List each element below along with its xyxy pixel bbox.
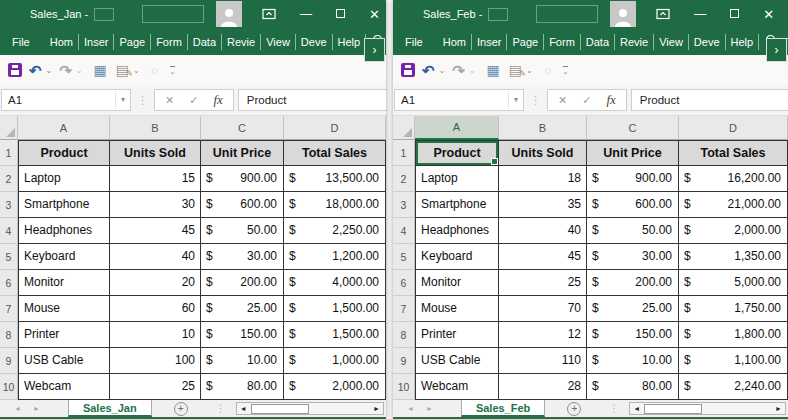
header-total-sales[interactable]: Total Sales xyxy=(679,140,788,166)
header-product-selected-cell[interactable]: Product xyxy=(415,140,499,166)
row-number[interactable]: 6 xyxy=(0,270,18,296)
cell-unit-price[interactable]: $600.00 xyxy=(201,192,284,218)
user-avatar-icon[interactable] xyxy=(610,1,636,27)
sheet-tab[interactable]: Sales_Jan xyxy=(68,400,152,417)
insert-function-icon[interactable]: fx xyxy=(606,92,615,108)
cell-total-sales[interactable]: $5,000.00 xyxy=(679,270,788,296)
cell-total-sales[interactable]: $1,500.00 xyxy=(284,322,386,348)
table-row[interactable]: 9 USB Cable 110 $10.00 $1,100.00 xyxy=(393,348,788,374)
name-box-dropdown-icon[interactable]: ▾ xyxy=(115,91,130,109)
cell-total-sales[interactable]: $1,200.00 xyxy=(284,244,386,270)
header-units-sold[interactable]: Units Sold xyxy=(499,140,587,166)
cell-units-sold[interactable]: 40 xyxy=(110,244,201,270)
tab-home[interactable]: Hom xyxy=(45,34,79,50)
cell-product[interactable]: USB Cable xyxy=(415,348,499,374)
form-dropdown-icon[interactable]: ⌄ xyxy=(526,66,533,75)
redo-icon[interactable]: ↷ xyxy=(452,63,465,78)
cell-product[interactable]: Headphones xyxy=(18,218,110,244)
cell-product[interactable]: Monitor xyxy=(18,270,110,296)
form-tool-icon[interactable]: ▤ xyxy=(509,63,522,77)
table-row[interactable]: 10 Webcam 25 $80.00 $2,000.00 xyxy=(0,374,386,400)
table-row[interactable]: 7 Mouse 70 $25.00 $1,750.00 xyxy=(393,296,788,322)
row-number[interactable]: 8 xyxy=(0,322,18,348)
horizontal-scrollbar[interactable]: ◄ ► xyxy=(629,402,786,415)
maximize-icon[interactable] xyxy=(730,8,739,20)
undo-icon[interactable]: ↶ xyxy=(422,63,435,78)
row-number[interactable]: 8 xyxy=(393,322,415,348)
tab-home[interactable]: Hom xyxy=(438,34,472,50)
table-row[interactable]: 9 USB Cable 100 $10.00 $1,000.00 xyxy=(0,348,386,374)
cell-units-sold[interactable]: 40 xyxy=(499,218,587,244)
cell-units-sold[interactable]: 100 xyxy=(110,348,201,374)
cell-total-sales[interactable]: $21,000.00 xyxy=(679,192,788,218)
cell-unit-price[interactable]: $900.00 xyxy=(587,166,679,192)
cell-unit-price[interactable]: $50.00 xyxy=(587,218,679,244)
ribbon-display-options-icon[interactable] xyxy=(262,8,276,20)
column-header-a-selected[interactable]: A xyxy=(415,116,499,140)
table-tool-icon[interactable]: ▦ xyxy=(94,63,107,77)
cell-unit-price[interactable]: $150.00 xyxy=(587,322,679,348)
cell-unit-price[interactable]: $25.00 xyxy=(201,296,284,322)
cell-product[interactable]: Mouse xyxy=(415,296,499,322)
cell-product[interactable]: Printer xyxy=(18,322,110,348)
save-icon[interactable] xyxy=(8,63,22,77)
table-header-row[interactable]: 1 Product Units Sold Unit Price Total Sa… xyxy=(0,140,386,166)
column-header-d[interactable]: D xyxy=(679,116,788,140)
maximize-icon[interactable] xyxy=(336,8,345,20)
cell-units-sold[interactable]: 25 xyxy=(499,270,587,296)
cell-units-sold[interactable]: 25 xyxy=(110,374,201,400)
cancel-icon[interactable]: ✕ xyxy=(165,94,174,107)
cell-unit-price[interactable]: $900.00 xyxy=(201,166,284,192)
column-header-b[interactable]: B xyxy=(499,116,587,140)
row-number[interactable]: 2 xyxy=(0,166,18,192)
titlebar-search-box[interactable] xyxy=(142,5,204,23)
enter-icon[interactable]: ✓ xyxy=(189,94,198,107)
minimize-icon[interactable]: — xyxy=(300,8,312,20)
table-row[interactable]: 6 Monitor 25 $200.00 $5,000.00 xyxy=(393,270,788,296)
cell-product[interactable]: USB Cable xyxy=(18,348,110,374)
cell-product[interactable]: Mouse xyxy=(18,296,110,322)
cell-product[interactable]: Headphones xyxy=(415,218,499,244)
tab-insert[interactable]: Inser xyxy=(79,34,114,50)
table-row[interactable]: 10 Webcam 28 $80.00 $2,240.00 xyxy=(393,374,788,400)
tab-view[interactable]: View xyxy=(654,34,689,50)
row-number[interactable]: 9 xyxy=(393,348,415,374)
horizontal-scrollbar[interactable]: ◄ ► xyxy=(236,402,384,415)
cell-unit-price[interactable]: $600.00 xyxy=(587,192,679,218)
tab-review[interactable]: Revie xyxy=(222,34,261,50)
cell-units-sold[interactable]: 45 xyxy=(499,244,587,270)
scroll-left-icon[interactable]: ◄ xyxy=(237,405,250,412)
circle-tool-icon[interactable]: ○ xyxy=(151,64,159,77)
tab-developer[interactable]: Deve xyxy=(689,34,726,50)
tab-help[interactable]: Help xyxy=(333,34,367,50)
save-icon[interactable] xyxy=(401,63,415,77)
cell-units-sold[interactable]: 18 xyxy=(499,166,587,192)
titlebar-search-box[interactable] xyxy=(536,5,598,23)
cell-units-sold[interactable]: 30 xyxy=(110,192,201,218)
tab-insert[interactable]: Inser xyxy=(472,34,507,50)
cell-product[interactable]: Laptop xyxy=(18,166,110,192)
scrollbar-thumb[interactable] xyxy=(644,404,702,414)
column-header-b[interactable]: B xyxy=(110,116,201,140)
cell-unit-price[interactable]: $50.00 xyxy=(201,218,284,244)
table-row[interactable]: 3 Smartphone 30 $600.00 $18,000.00 xyxy=(0,192,386,218)
cell-total-sales[interactable]: $1,500.00 xyxy=(284,296,386,322)
scroll-right-icon[interactable]: ► xyxy=(772,405,785,412)
cell-units-sold[interactable]: 45 xyxy=(110,218,201,244)
tab-developer[interactable]: Deve xyxy=(296,34,333,50)
tab-data[interactable]: Data xyxy=(581,34,615,50)
redo-icon[interactable]: ↷ xyxy=(59,63,72,78)
form-dropdown-icon[interactable]: ⌄ xyxy=(133,66,140,75)
tab-file[interactable]: File xyxy=(401,34,428,50)
new-sheet-button[interactable]: + xyxy=(567,402,581,416)
table-row[interactable]: 2 Laptop 18 $900.00 $16,200.00 xyxy=(393,166,788,192)
cell-product[interactable]: Laptop xyxy=(415,166,499,192)
sheet-nav-right-icon[interactable]: ► xyxy=(33,405,40,412)
cell-units-sold[interactable]: 110 xyxy=(499,348,587,374)
name-box[interactable]: A1 ▾ xyxy=(394,89,524,111)
cell-product[interactable]: Smartphone xyxy=(415,192,499,218)
row-number[interactable]: 7 xyxy=(393,296,415,322)
row-number[interactable]: 10 xyxy=(0,374,18,400)
cell-product[interactable]: Smartphone xyxy=(18,192,110,218)
sheet-tab[interactable]: Sales_Feb xyxy=(461,400,545,417)
